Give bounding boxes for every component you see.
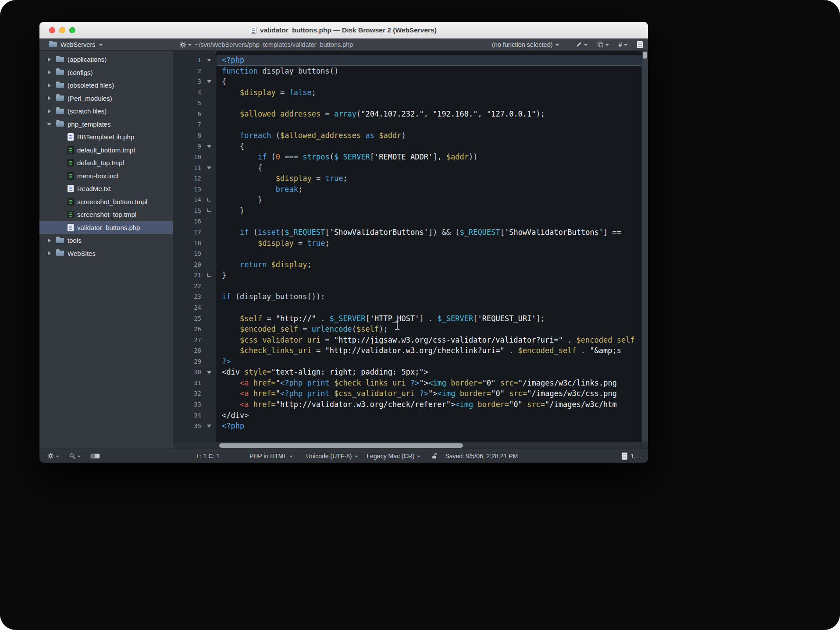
disclosure-triangle[interactable] bbox=[46, 238, 53, 243]
horizontal-scrollbar[interactable] bbox=[173, 442, 641, 449]
symbols-menu-button[interactable]: # bbox=[619, 41, 627, 48]
tree-item-validator-buttons-php[interactable]: validator_buttons.php bbox=[39, 221, 173, 234]
code-line[interactable]: 22 bbox=[173, 281, 641, 292]
disclosure-triangle[interactable] bbox=[46, 96, 53, 100]
code-text[interactable]: <a href="<?php print $css_validator_uri … bbox=[217, 388, 641, 399]
code-line[interactable]: 14 } bbox=[173, 195, 641, 205]
code-text[interactable]: { bbox=[217, 163, 641, 173]
line-ending-menu[interactable]: Legacy Mac (CR) bbox=[367, 453, 421, 460]
code-text[interactable] bbox=[217, 216, 641, 227]
tree-item-tools[interactable]: tools bbox=[39, 234, 173, 247]
code-text[interactable] bbox=[217, 302, 641, 313]
code-line[interactable]: 11 { bbox=[173, 163, 641, 173]
code-text[interactable]: { bbox=[217, 76, 641, 87]
code-line[interactable]: 1<?php bbox=[173, 55, 641, 66]
code-line[interactable]: 28 $check_links_uri = "http://validator.… bbox=[173, 345, 641, 356]
code-text[interactable]: <a href="<?php print $check_links_uri ?>… bbox=[217, 378, 641, 389]
fold-triangle[interactable] bbox=[207, 166, 211, 170]
horizontal-scrollbar-thumb[interactable] bbox=[219, 443, 463, 448]
code-text[interactable]: if (isset($_REQUEST['ShowValidatorButton… bbox=[217, 227, 641, 238]
code-line[interactable]: 10 if (0 === strpos($_SERVER['REMOTE_ADD… bbox=[173, 152, 641, 163]
code-text[interactable]: <a href="http://validator.w3.org/check/r… bbox=[217, 399, 641, 410]
code-line[interactable]: 30<div style="text-align: right; padding… bbox=[173, 367, 641, 378]
code-line[interactable]: 27 $css_validator_uri = "http://jigsaw.w… bbox=[173, 335, 641, 346]
tree-item-default-bottom-tmpl[interactable]: default_bottom.tmpl bbox=[39, 144, 173, 157]
root-folder-popup[interactable]: WebServers bbox=[39, 39, 173, 50]
disclosure-triangle[interactable] bbox=[46, 70, 53, 74]
tree-item-configs[interactable]: (configs) bbox=[39, 66, 173, 79]
code-line[interactable]: 9 { bbox=[173, 141, 641, 152]
fold-triangle[interactable] bbox=[207, 145, 211, 148]
document-options-button[interactable] bbox=[637, 41, 643, 48]
tree-item-scratch-files[interactable]: (scratch files) bbox=[39, 105, 173, 118]
vertical-scrollbar-thumb[interactable] bbox=[643, 52, 647, 59]
tree-item-obsoleted-files[interactable]: (obsoleted files) bbox=[39, 79, 173, 92]
code-line[interactable]: 34</div> bbox=[173, 410, 641, 421]
code-text[interactable]: foreach ($allowed_addresses as $addr) bbox=[217, 130, 641, 141]
tree-item-bbtemplatelib-php[interactable]: BBTemplateLib.php bbox=[39, 131, 173, 144]
code-text[interactable]: } bbox=[217, 195, 641, 205]
window-titlebar[interactable]: validator_buttons.php — Disk Browser 2 (… bbox=[39, 22, 648, 39]
status-gear-menu[interactable] bbox=[47, 453, 59, 459]
tree-item-websites[interactable]: WebSites bbox=[39, 247, 173, 260]
code-text[interactable]: function display_buttons() bbox=[217, 66, 641, 77]
disclosure-triangle[interactable] bbox=[46, 57, 53, 62]
code-line[interactable]: 33 <a href="http://validator.w3.org/chec… bbox=[173, 399, 641, 410]
code-text-current-line[interactable]: <?php bbox=[217, 55, 641, 66]
disclosure-triangle[interactable] bbox=[46, 109, 53, 113]
tree-item-readme-txt[interactable]: ReadMe.txt bbox=[39, 182, 173, 195]
fold-triangle[interactable] bbox=[207, 371, 211, 374]
function-selector[interactable]: (no function selected) bbox=[492, 41, 559, 48]
code-text[interactable]: } bbox=[217, 270, 641, 281]
code-line[interactable]: 21} bbox=[173, 270, 641, 281]
tree-item-perl-modules[interactable]: (Perl_modules) bbox=[39, 92, 173, 105]
text-options-toggle-icon[interactable] bbox=[90, 453, 100, 459]
code-text[interactable] bbox=[217, 248, 641, 259]
code-line[interactable]: 24 bbox=[173, 302, 641, 313]
fold-triangle[interactable] bbox=[207, 425, 211, 428]
zoom-button[interactable] bbox=[69, 27, 75, 33]
code-line[interactable]: 16 bbox=[173, 216, 641, 227]
code-text[interactable]: $self = "http://" . $_SERVER['HTTP_HOST'… bbox=[217, 313, 641, 324]
code-line[interactable]: 19 bbox=[173, 248, 641, 259]
code-text[interactable]: $css_validator_uri = "http://jigsaw.w3.o… bbox=[217, 335, 641, 346]
language-menu[interactable]: PHP in HTML bbox=[249, 453, 293, 460]
code-text[interactable] bbox=[217, 281, 641, 292]
documents-menu-button[interactable] bbox=[597, 41, 609, 48]
code-editor[interactable]: 1<?php2function display_buttons()3{4 $di… bbox=[173, 51, 648, 449]
code-line[interactable]: 35<?php bbox=[173, 421, 641, 432]
fold-triangle[interactable] bbox=[207, 59, 211, 62]
code-line[interactable]: 17 if (isset($_REQUEST['ShowValidatorBut… bbox=[173, 227, 641, 238]
code-line[interactable]: 5 bbox=[173, 98, 641, 109]
code-line[interactable]: 4 $display = false; bbox=[173, 87, 641, 98]
code-line[interactable]: 32 <a href="<?php print $css_validator_u… bbox=[173, 388, 641, 399]
code-text[interactable]: $encoded_self = urlencode($self); bbox=[217, 324, 641, 335]
tree-item-screenshot-top-tmpl[interactable]: screenshot_top.tmpl bbox=[39, 208, 173, 221]
tree-item-menu-box-incl[interactable]: menu-box.incl bbox=[39, 170, 173, 183]
code-line[interactable]: 12 $display = true; bbox=[173, 173, 641, 184]
code-text[interactable]: break; bbox=[217, 184, 641, 195]
code-text[interactable]: { bbox=[217, 141, 641, 152]
disclosure-triangle[interactable] bbox=[46, 123, 53, 126]
code-text[interactable]: $display = false; bbox=[217, 87, 641, 98]
status-search-menu[interactable] bbox=[69, 453, 81, 459]
code-line[interactable]: 18 $display = true; bbox=[173, 238, 641, 249]
encoding-menu[interactable]: Unicode (UTF-8) bbox=[306, 453, 358, 460]
code-text[interactable]: $display = true; bbox=[217, 238, 641, 249]
code-line[interactable]: 8 foreach ($allowed_addresses as $addr) bbox=[173, 130, 641, 141]
unlocked-icon[interactable] bbox=[431, 453, 438, 460]
code-text[interactable]: } bbox=[217, 205, 641, 216]
code-text[interactable]: $allowed_addresses = array("204.107.232.… bbox=[217, 109, 641, 120]
code-line[interactable]: 13 break; bbox=[173, 184, 641, 195]
tree-item-screenshot-bottom-tmpl[interactable]: screenshot_bottom.tmpl bbox=[39, 195, 173, 209]
tree-item-default-top-tmpl[interactable]: default_top.tmpl bbox=[39, 156, 173, 170]
code-line[interactable]: 29?> bbox=[173, 356, 641, 367]
code-text[interactable]: if (0 === strpos($_SERVER['REMOTE_ADDR']… bbox=[217, 152, 641, 163]
code-text[interactable]: ?> bbox=[217, 356, 641, 367]
minimize-button[interactable] bbox=[59, 27, 65, 33]
code-text[interactable]: <div style="text-align: right; padding: … bbox=[217, 367, 641, 378]
code-text[interactable]: if (display_buttons()): bbox=[217, 291, 641, 302]
vertical-scrollbar[interactable] bbox=[641, 51, 648, 442]
code-text[interactable]: </div> bbox=[217, 410, 641, 421]
markers-menu-button[interactable] bbox=[576, 41, 587, 48]
